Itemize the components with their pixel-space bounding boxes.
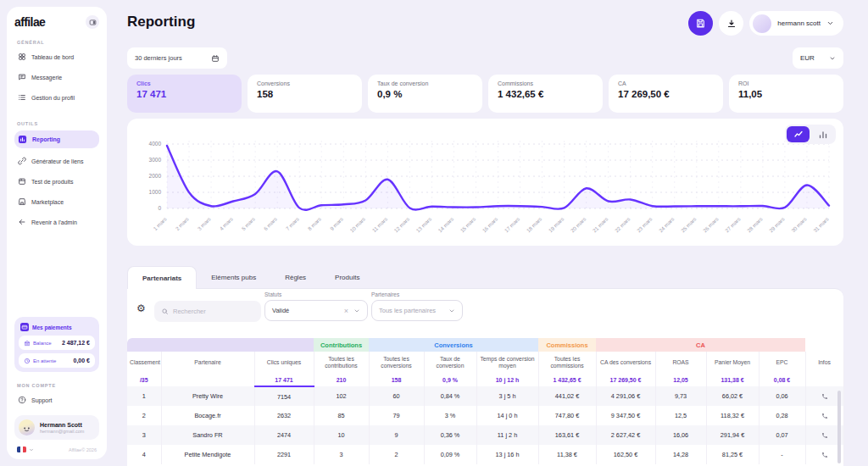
currency-value: EUR: [800, 54, 815, 62]
balance-row[interactable]: Balance 2 487,12 €: [19, 336, 95, 350]
column-header[interactable]: Infos: [805, 352, 843, 374]
save-icon: [695, 18, 706, 29]
section-outils: OUTILS: [17, 121, 99, 126]
user-menu[interactable]: hermann scott: [749, 11, 843, 36]
sidebar-item-tableau-de-bord[interactable]: Tableau de bord: [14, 49, 99, 64]
table-row[interactable]: 2Bocage.fr263285793 %14 j 0 h747,80 €9 3…: [127, 406, 843, 425]
sidebar-item-support[interactable]: Support: [14, 392, 99, 408]
column-header[interactable]: Toutes les contributions: [314, 352, 369, 374]
total-cell: 17 269,50 €: [596, 374, 655, 386]
kpi-ca[interactable]: CA 17 269,50 €: [609, 75, 723, 113]
svg-text:1 mars: 1 mars: [152, 216, 167, 231]
sidebar-item-reporting[interactable]: Reporting: [14, 130, 99, 148]
chevron-down-icon: [353, 308, 360, 314]
chevron-down-icon: [448, 308, 455, 314]
column-header[interactable]: Toutes les commissions: [538, 352, 596, 374]
date-range-value: 30 derniers jours: [135, 54, 182, 62]
svg-text:13 mars: 13 mars: [415, 216, 432, 234]
svg-text:14 mars: 14 mars: [437, 216, 454, 234]
table-cell: 2291: [254, 445, 314, 464]
phone-icon[interactable]: [821, 452, 828, 458]
tab-regles[interactable]: Règles: [270, 266, 320, 288]
avatar: [753, 14, 771, 33]
date-range-picker[interactable]: 30 derniers jours: [127, 47, 227, 69]
traffic-chart-panel: 010002000300040001 mars2 mars3 mars4 mar…: [127, 119, 843, 246]
sidebar-item-label: Support: [31, 397, 53, 403]
balance-value: 2 487,12 €: [62, 340, 90, 346]
svg-text:2 mars: 2 mars: [174, 216, 189, 231]
kpi-conversions[interactable]: Conversions 158: [248, 75, 362, 113]
table-cell: 291,94 €: [706, 425, 759, 445]
table-cell: 118,32 €: [706, 406, 759, 425]
table-row[interactable]: 1Pretty Wire7154102600,84 %3 j 5 h441,02…: [127, 386, 843, 406]
kpi-commissions[interactable]: Commissions 1 432,65 €: [488, 75, 603, 113]
column-header[interactable]: EPC: [759, 352, 805, 374]
user-card[interactable]: Hermann Scott hermann@gmail.com: [14, 415, 99, 440]
partners-filter-select[interactable]: Tous les partenaires: [371, 300, 463, 321]
table-cell: 0,84 %: [424, 386, 476, 406]
column-group-contributions: Contributions: [314, 338, 369, 352]
column-header[interactable]: Classement: [127, 352, 161, 374]
bar-chart-icon: [818, 130, 828, 140]
bar-chart-toggle-button[interactable]: [811, 126, 834, 142]
svg-text:3 mars: 3 mars: [196, 216, 211, 231]
column-header[interactable]: Clics uniques: [254, 352, 314, 374]
table-settings-button[interactable]: ⚙: [136, 303, 146, 313]
column-group-commissions: Commissions: [538, 338, 596, 352]
svg-text:6 mars: 6 mars: [263, 216, 278, 231]
column-header[interactable]: Temps de conversion moyen: [476, 352, 538, 374]
column-header[interactable]: Taux de conversion: [424, 352, 476, 374]
table-cell: 102: [314, 386, 369, 406]
svg-text:26 mars: 26 mars: [702, 216, 720, 234]
column-header[interactable]: CA des conversions: [596, 352, 655, 374]
sidebar-item-revenir-admin[interactable]: Revenir à l'admin: [14, 214, 99, 230]
svg-text:12 mars: 12 mars: [392, 216, 410, 234]
kpi-value: 0,9 %: [377, 89, 473, 99]
svg-text:5 mars: 5 mars: [241, 216, 256, 231]
vertical-scrollbar[interactable]: [837, 391, 841, 463]
sidebar-item-messagerie[interactable]: Messagerie: [14, 69, 99, 85]
column-header[interactable]: ROAS: [655, 352, 706, 374]
table-cell: 11 j 2 h: [476, 425, 538, 445]
kpi-value: 11,05: [738, 89, 834, 99]
column-header[interactable]: Partenaire: [161, 352, 254, 374]
tab-partenariats[interactable]: Partenariats: [127, 266, 197, 289]
tab-produits[interactable]: Produits: [320, 266, 374, 288]
column-header[interactable]: Panier Moyen: [706, 352, 759, 374]
phone-icon[interactable]: [821, 413, 828, 419]
kpi-taux-de-conversion[interactable]: Taux de conversion 0,9 %: [368, 75, 482, 113]
table-cell: 10: [314, 425, 369, 445]
table-cell: 81,25 €: [706, 445, 759, 464]
sidebar-item-generateur-de-liens[interactable]: Générateur de liens: [14, 153, 99, 169]
table-cell: 3 %: [424, 406, 476, 425]
tab-elements-pubs[interactable]: Eléments pubs: [197, 266, 270, 288]
table-row[interactable]: 4Petite Mendigote2291320,09 %13 j 16 h11…: [127, 445, 843, 464]
currency-select[interactable]: EUR: [793, 47, 843, 69]
sidebar-collapse-button[interactable]: [86, 15, 99, 29]
language-selector[interactable]: [17, 447, 34, 452]
save-report-button[interactable]: [688, 11, 713, 36]
pending-row[interactable]: En attente 0,00 €: [19, 353, 95, 368]
calendar-icon: [211, 54, 220, 63]
column-header[interactable]: Toutes les conversions: [369, 352, 424, 374]
download-button[interactable]: [719, 11, 743, 36]
status-filter-select[interactable]: Validé ×: [264, 300, 368, 321]
phone-icon[interactable]: [821, 432, 828, 439]
sidebar-item-gestion-du-profil[interactable]: Gestion du profil: [14, 90, 99, 105]
sidebar-item-test-de-produits[interactable]: Test de produits: [14, 174, 99, 189]
table-cell: Bocage.fr: [161, 406, 254, 425]
kpi-clics[interactable]: Clics 17 471: [127, 75, 242, 113]
phone-icon[interactable]: [821, 393, 828, 400]
table-cell: 162,50 €: [596, 445, 655, 464]
link-icon: [18, 157, 26, 165]
kpi-roi[interactable]: ROI 11,05: [729, 75, 843, 113]
chevron-down-icon: [829, 55, 836, 62]
status-filter-value: Validé: [272, 307, 344, 314]
line-chart-toggle-button[interactable]: [787, 126, 810, 142]
table-cell: 2 627,42 €: [596, 425, 655, 445]
sidebar-item-marketplace[interactable]: Marketplace: [14, 194, 99, 209]
clear-filter-icon[interactable]: ×: [344, 307, 348, 315]
svg-text:20 mars: 20 mars: [570, 216, 587, 234]
table-row[interactable]: 3Sandro FR24741090,36 %11 j 2 h163,61 €2…: [127, 425, 843, 445]
search-input[interactable]: [173, 308, 254, 315]
